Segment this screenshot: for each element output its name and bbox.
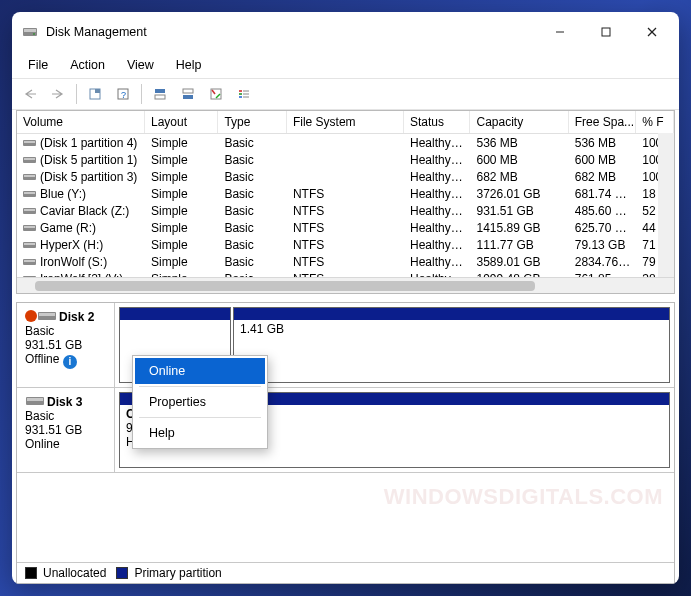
- svg-rect-23: [24, 141, 35, 143]
- minimize-button[interactable]: [537, 16, 583, 48]
- svg-rect-16: [239, 90, 242, 92]
- svg-text:?: ?: [121, 90, 126, 100]
- disk-management-window: Disk Management File Action View Help ? …: [12, 12, 679, 584]
- context-menu-help[interactable]: Help: [135, 420, 265, 446]
- back-button[interactable]: [18, 83, 42, 105]
- horizontal-scrollbar[interactable]: [17, 277, 674, 293]
- volume-row[interactable]: (Disk 1 partition 4)SimpleBasicHealthy (…: [17, 134, 674, 151]
- svg-rect-33: [24, 226, 35, 228]
- drive-icon: [23, 256, 36, 266]
- disk-size: 931.51 GB: [25, 423, 106, 437]
- svg-point-2: [33, 33, 35, 35]
- volume-row[interactable]: HyperX (H:)SimpleBasicNTFSHealthy (P...1…: [17, 236, 674, 253]
- menu-help[interactable]: Help: [166, 54, 212, 76]
- disk-row[interactable]: Disk 3 Basic 931.51 GB Online Caviar Bla…: [17, 388, 674, 473]
- context-menu-separator: [139, 386, 261, 387]
- svg-rect-31: [24, 209, 35, 211]
- disk-state: Offline: [25, 352, 59, 366]
- drive-icon: [23, 222, 36, 232]
- volume-row[interactable]: IronWolf (S:)SimpleBasicNTFSHealthy (B..…: [17, 253, 674, 270]
- titlebar[interactable]: Disk Management: [12, 12, 679, 52]
- svg-rect-8: [95, 89, 100, 93]
- forward-button[interactable]: [46, 83, 70, 105]
- drive-icon: [23, 171, 36, 181]
- toolbar: ?: [12, 78, 679, 110]
- list-button[interactable]: [232, 83, 256, 105]
- column-capacity[interactable]: Capacity: [470, 111, 568, 133]
- volume-row[interactable]: Caviar Black (Z:)SimpleBasicNTFSHealthy …: [17, 202, 674, 219]
- column-type[interactable]: Type: [218, 111, 287, 133]
- legend-unallocated-swatch: [25, 567, 37, 579]
- drive-icon: [23, 239, 36, 249]
- column-filesystem[interactable]: File System: [287, 111, 404, 133]
- svg-rect-29: [24, 192, 35, 194]
- svg-rect-37: [24, 260, 35, 262]
- window-title: Disk Management: [46, 25, 537, 39]
- svg-rect-1: [24, 29, 36, 32]
- svg-rect-41: [24, 294, 35, 295]
- svg-rect-25: [24, 158, 35, 160]
- svg-rect-12: [155, 95, 165, 99]
- volume-list[interactable]: Volume Layout Type File System Status Ca…: [16, 110, 675, 294]
- svg-rect-13: [183, 89, 193, 93]
- disk-row[interactable]: Disk 2 Basic 931.51 GB Offline i 1.41 GB: [17, 303, 674, 388]
- context-menu-properties[interactable]: Properties: [135, 389, 265, 415]
- disk-type: Basic: [25, 409, 106, 423]
- toolbar-separator: [76, 84, 77, 104]
- disk-name: Disk 3: [47, 395, 82, 409]
- svg-rect-45: [27, 398, 43, 401]
- partition-size: 1.41 GB: [240, 322, 284, 336]
- menu-file[interactable]: File: [18, 54, 58, 76]
- legend-primary-swatch: [116, 567, 128, 579]
- context-menu-separator: [139, 417, 261, 418]
- context-menu[interactable]: Online Properties Help: [132, 355, 268, 449]
- svg-rect-18: [239, 96, 242, 98]
- view-bottom-button[interactable]: [176, 83, 200, 105]
- app-icon: [22, 24, 38, 40]
- column-volume[interactable]: Volume: [17, 111, 145, 133]
- menu-action[interactable]: Action: [60, 54, 115, 76]
- close-button[interactable]: [629, 16, 675, 48]
- disk-info[interactable]: Disk 2 Basic 931.51 GB Offline i: [17, 303, 115, 387]
- vertical-scrollbar[interactable]: [658, 133, 674, 277]
- context-menu-online[interactable]: Online: [135, 358, 265, 384]
- disk-name: Disk 2: [59, 310, 94, 324]
- column-freespace[interactable]: Free Spa...: [569, 111, 637, 133]
- maximize-button[interactable]: [583, 16, 629, 48]
- column-percent[interactable]: % F: [636, 111, 674, 133]
- help-icon[interactable]: ?: [111, 83, 135, 105]
- svg-rect-17: [239, 93, 242, 95]
- volume-header-row: Volume Layout Type File System Status Ca…: [17, 111, 674, 134]
- volume-row[interactable]: (Disk 5 partition 3)SimpleBasicHealthy (…: [17, 168, 674, 185]
- disk-size: 931.51 GB: [25, 338, 106, 352]
- toolbar-separator: [141, 84, 142, 104]
- view-top-button[interactable]: [148, 83, 172, 105]
- svg-rect-35: [24, 243, 35, 245]
- legend-unallocated-label: Unallocated: [43, 566, 106, 580]
- volume-rows: (Disk 1 partition 4)SimpleBasicHealthy (…: [17, 134, 674, 294]
- refresh-button[interactable]: [83, 83, 107, 105]
- legend-primary-label: Primary partition: [134, 566, 221, 580]
- column-status[interactable]: Status: [404, 111, 471, 133]
- info-icon[interactable]: i: [63, 355, 77, 369]
- svg-rect-14: [183, 95, 193, 99]
- volume-row[interactable]: Game (R:)SimpleBasicNTFSHealthy (B...141…: [17, 219, 674, 236]
- disk-state: Online: [25, 437, 106, 451]
- menu-view[interactable]: View: [117, 54, 164, 76]
- svg-rect-43: [39, 313, 55, 316]
- disk-graphical-view[interactable]: Disk 2 Basic 931.51 GB Offline i 1.41 GB…: [16, 302, 675, 584]
- volume-row[interactable]: Blue (Y:)SimpleBasicNTFSHealthy (B...372…: [17, 185, 674, 202]
- drive-icon: [23, 137, 36, 147]
- drive-icon: [23, 154, 36, 164]
- menubar: File Action View Help: [12, 52, 679, 78]
- column-layout[interactable]: Layout: [145, 111, 218, 133]
- svg-rect-27: [24, 175, 35, 177]
- scroll-thumb[interactable]: [35, 281, 535, 291]
- settings-button[interactable]: [204, 83, 228, 105]
- disk-info[interactable]: Disk 3 Basic 931.51 GB Online: [17, 388, 115, 472]
- error-icon: [25, 310, 37, 322]
- volume-row[interactable]: (Disk 5 partition 1)SimpleBasicHealthy (…: [17, 151, 674, 168]
- partition[interactable]: 1.41 GB: [233, 307, 670, 383]
- disk-type: Basic: [25, 324, 106, 338]
- drive-icon: [23, 205, 36, 215]
